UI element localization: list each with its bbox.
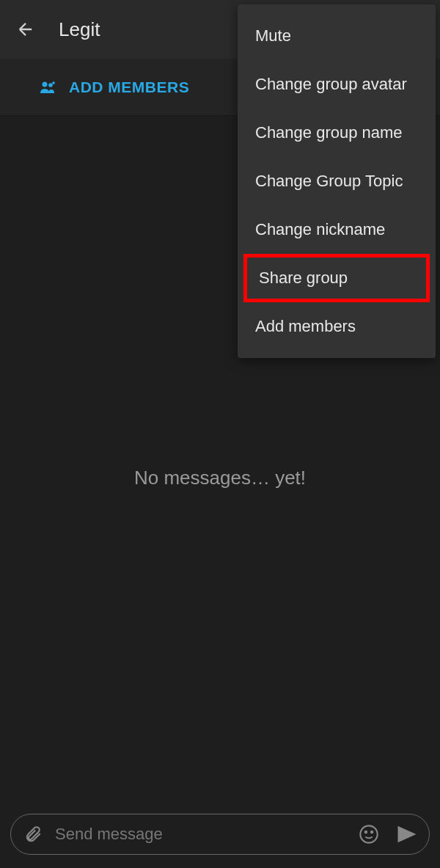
empty-state-message: No messages… yet!	[134, 467, 306, 489]
menu-item-change-name[interactable]: Change group name	[238, 109, 436, 157]
svg-point-3	[365, 831, 367, 833]
menu-item-change-avatar[interactable]: Change group avatar	[238, 60, 436, 109]
menu-item-share-group[interactable]: Share group	[243, 254, 430, 302]
add-members-label: ADD MEMBERS	[69, 79, 189, 96]
svg-point-2	[360, 825, 377, 842]
svg-point-4	[371, 831, 373, 833]
menu-item-change-nickname[interactable]: Change nickname	[238, 205, 436, 254]
menu-item-mute[interactable]: Mute	[238, 12, 436, 60]
dropdown-menu: Mute Change group avatar Change group na…	[238, 4, 436, 358]
page-title: Legit	[59, 18, 100, 41]
menu-item-add-members[interactable]: Add members	[238, 302, 436, 351]
message-input-bar	[10, 814, 430, 855]
svg-point-0	[43, 81, 48, 87]
add-members-icon	[40, 80, 58, 95]
send-icon[interactable]	[395, 823, 419, 846]
attachment-icon[interactable]	[21, 823, 45, 846]
back-arrow-icon[interactable]	[15, 18, 37, 40]
svg-point-1	[48, 83, 53, 87]
emoji-icon[interactable]	[357, 823, 381, 846]
menu-item-change-topic[interactable]: Change Group Topic	[238, 157, 436, 205]
message-input[interactable]	[55, 825, 347, 844]
